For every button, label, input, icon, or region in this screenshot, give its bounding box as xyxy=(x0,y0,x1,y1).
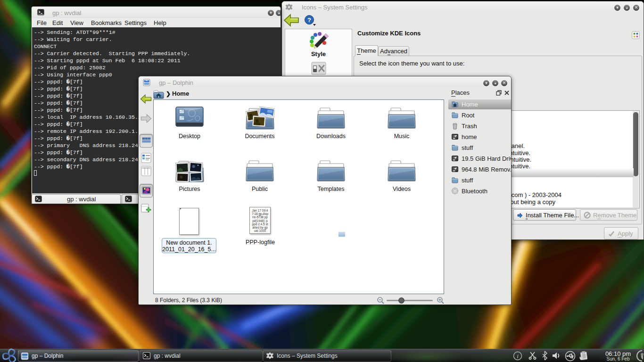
svg-text:?: ? xyxy=(307,16,311,24)
svg-text:i: i xyxy=(517,353,519,360)
